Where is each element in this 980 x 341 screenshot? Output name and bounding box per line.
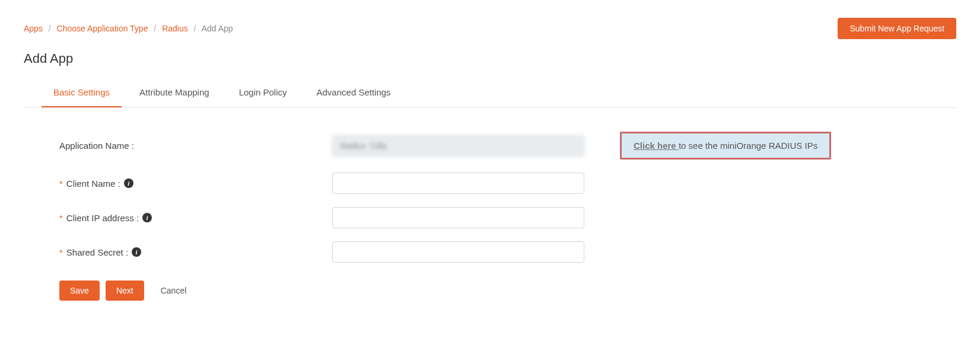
required-indicator: * xyxy=(59,213,63,223)
breadcrumb-separator: / xyxy=(49,24,51,33)
tab-advanced-settings[interactable]: Advanced Settings xyxy=(305,78,403,107)
cancel-button[interactable]: Cancel xyxy=(150,281,198,301)
label-shared-secret: * Shared Secret : i xyxy=(59,247,314,257)
breadcrumb-link-choose-type[interactable]: Choose Application Type xyxy=(57,24,148,33)
tab-bar: Basic Settings Attribute Mapping Login P… xyxy=(24,78,956,108)
breadcrumb: Apps / Choose Application Type / Radius … xyxy=(24,24,233,33)
shared-secret-input[interactable] xyxy=(332,241,584,263)
breadcrumb-current: Add App xyxy=(202,24,233,33)
main-panel: Apps / Choose Application Type / Radius … xyxy=(6,6,974,324)
application-name-input xyxy=(332,135,584,157)
submit-new-app-request-button[interactable]: Submit New App Request xyxy=(838,18,956,39)
breadcrumb-link-apps[interactable]: Apps xyxy=(24,24,43,33)
label-client-name: * Client Name : i xyxy=(59,179,314,189)
tab-login-policy[interactable]: Login Policy xyxy=(227,78,299,107)
click-here-link[interactable]: Click here xyxy=(634,141,679,151)
form-section: Application Name : Click here to see the… xyxy=(6,108,974,324)
required-indicator: * xyxy=(59,247,63,257)
label-application-name: Application Name : xyxy=(59,141,314,151)
page-title: Add App xyxy=(6,45,974,78)
info-box-text: to see the miniOrange RADIUS IPs xyxy=(679,141,817,151)
info-icon[interactable]: i xyxy=(142,213,152,222)
breadcrumb-link-radius[interactable]: Radius xyxy=(162,24,188,33)
tab-basic-settings[interactable]: Basic Settings xyxy=(42,78,122,107)
info-icon[interactable]: i xyxy=(124,179,133,188)
client-name-input[interactable] xyxy=(332,173,584,194)
info-icon[interactable]: i xyxy=(132,247,141,257)
required-indicator: * xyxy=(59,179,63,189)
breadcrumb-separator: / xyxy=(154,24,156,33)
next-button[interactable]: Next xyxy=(106,281,144,301)
label-client-ip: * Client IP address : i xyxy=(59,213,314,223)
save-button[interactable]: Save xyxy=(59,281,100,301)
tab-attribute-mapping[interactable]: Attribute Mapping xyxy=(128,78,221,107)
client-ip-input[interactable] xyxy=(332,207,584,228)
breadcrumb-separator: / xyxy=(194,24,196,33)
radius-ips-info-box: Click here to see the miniOrange RADIUS … xyxy=(620,132,831,160)
